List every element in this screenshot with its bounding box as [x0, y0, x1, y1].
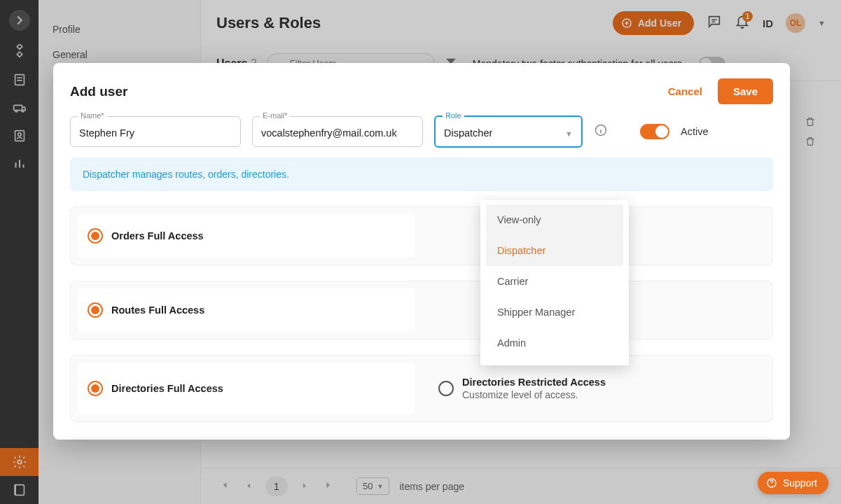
- active-toggle[interactable]: [640, 124, 669, 139]
- support-button[interactable]: Support: [758, 472, 828, 494]
- active-label: Active: [681, 126, 709, 137]
- email-field-label: E-mail*: [260, 111, 290, 120]
- directories-restricted-sub: Customize level of access.: [462, 389, 606, 400]
- info-icon[interactable]: [594, 123, 608, 140]
- email-field-wrap: E-mail*: [252, 116, 423, 147]
- name-field-label: Name*: [78, 111, 107, 120]
- add-user-dialog: Add user Cancel Save Name* E-mail* Role …: [53, 63, 790, 440]
- directories-restricted-label: Directories Restricted Access: [462, 377, 606, 388]
- role-option-admin[interactable]: Admin: [486, 328, 623, 358]
- directories-full-option[interactable]: Directories Full Access: [78, 363, 415, 414]
- routes-full-option[interactable]: Routes Full Access: [78, 288, 415, 332]
- role-hint: Dispatcher manages routes, orders, direc…: [70, 158, 773, 191]
- role-option-shipper-manager[interactable]: Shipper Manager: [486, 297, 623, 328]
- role-option-view-only[interactable]: View-only: [486, 204, 623, 235]
- radio-empty-icon: [438, 381, 454, 396]
- radio-checked-icon: [88, 228, 103, 244]
- perm-card-next: [70, 438, 773, 440]
- perm-card-orders: Orders Full Access: [70, 206, 773, 265]
- orders-full-label: Orders Full Access: [111, 230, 204, 241]
- save-button[interactable]: Save: [718, 78, 773, 104]
- orders-full-option[interactable]: Orders Full Access: [78, 214, 415, 258]
- name-input[interactable]: [79, 127, 232, 139]
- role-option-carrier[interactable]: Carrier: [486, 266, 623, 297]
- role-field-label: Role: [443, 111, 464, 120]
- chevron-down-icon: ▼: [565, 130, 573, 138]
- cancel-button[interactable]: Cancel: [668, 85, 702, 97]
- dialog-body: Dispatcher manages routes, orders, direc…: [53, 158, 790, 440]
- directories-full-label: Directories Full Access: [111, 383, 223, 394]
- routes-full-label: Routes Full Access: [111, 304, 204, 316]
- role-dropdown: View-only Dispatcher Carrier Shipper Man…: [480, 200, 629, 365]
- support-label: Support: [783, 477, 817, 489]
- radio-checked-icon: [88, 302, 103, 318]
- help-icon: [766, 477, 777, 489]
- name-field-wrap: Name*: [70, 116, 241, 147]
- role-select[interactable]: Role Dispatcher ▼: [434, 115, 583, 148]
- perm-card-routes: Routes Full Access: [70, 281, 773, 340]
- radio-checked-icon: [88, 381, 103, 396]
- perm-card-directories: Directories Full Access Directories Rest…: [70, 355, 773, 422]
- dialog-title: Add user: [70, 84, 668, 99]
- role-value: Dispatcher: [444, 127, 492, 139]
- email-input[interactable]: [261, 127, 414, 139]
- directories-restricted-option[interactable]: Directories Restricted Access Customize …: [429, 363, 765, 414]
- role-option-dispatcher[interactable]: Dispatcher: [486, 235, 623, 266]
